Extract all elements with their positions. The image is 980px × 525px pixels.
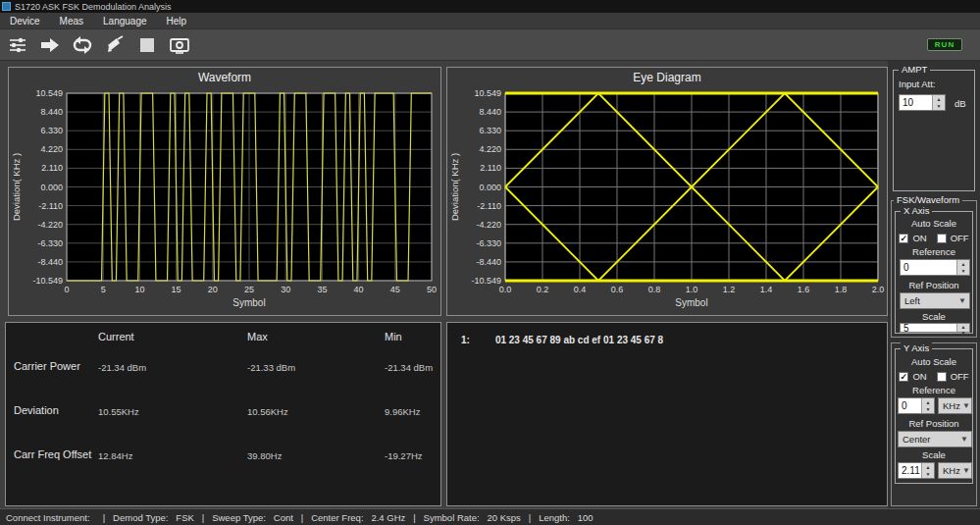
- screenshot-button[interactable]: [168, 33, 191, 57]
- y-scale-spinbox[interactable]: ▲ ▼: [898, 462, 935, 479]
- x-reference-spinbox[interactable]: ▲ ▼: [900, 259, 970, 276]
- svg-text:6.330: 6.330: [40, 126, 63, 135]
- fsk-waveform-group: FSK/Waveform X Axis Auto Scale ✓ ON OFF …: [891, 200, 977, 338]
- col-header-current: Current: [98, 331, 247, 360]
- y-scale-label: Scale: [896, 449, 972, 460]
- menu-device[interactable]: Device: [0, 13, 50, 28]
- input-att-spinbox[interactable]: ▲ ▼: [899, 94, 946, 111]
- svg-text:1.6: 1.6: [798, 285, 810, 294]
- svg-text:-10.549: -10.549: [32, 276, 63, 286]
- svg-text:10.549: 10.549: [474, 88, 501, 98]
- status-bar: Connect Instrument: | Demod Type: FSK | …: [0, 508, 980, 525]
- y-reference-spinbox[interactable]: ▲ ▼: [898, 397, 935, 414]
- col-header-min: Min: [385, 331, 437, 360]
- carr-freq-offset-min: -19.27Hz: [385, 448, 437, 493]
- x-axis-group: X Axis Auto Scale ✓ ON OFF Reference ▲ ▼…: [895, 211, 973, 334]
- svg-text:-8.440: -8.440: [476, 257, 501, 267]
- waveform-panel: Waveform 10.5498.4406.3304.2202.1100.000…: [8, 67, 441, 316]
- x-on-checkbox[interactable]: ✓: [899, 234, 908, 243]
- svg-text:1.4: 1.4: [760, 285, 773, 294]
- spin-up-icon[interactable]: ▲: [933, 95, 945, 103]
- svg-text:45: 45: [390, 285, 400, 294]
- svg-text:1.2: 1.2: [723, 285, 736, 294]
- x-on-label: ON: [912, 233, 926, 243]
- x-scale-spinbox[interactable]: ▲ ▼: [900, 323, 970, 333]
- svg-text:20: 20: [208, 285, 218, 294]
- x-reference-spin-buttons[interactable]: ▲ ▼: [956, 260, 969, 275]
- x-scale-label: Scale: [896, 311, 972, 322]
- x-scale-spin-buttons[interactable]: ▲ ▼: [956, 324, 969, 332]
- deviation-current: 10.55KHz: [98, 404, 247, 448]
- svg-text:0: 0: [64, 285, 69, 294]
- menu-help[interactable]: Help: [157, 13, 197, 28]
- y-off-label: OFF: [951, 371, 969, 382]
- svg-text:4.220: 4.220: [40, 144, 63, 154]
- title-bar: S1720 ASK FSK Demodulation Analysis: [0, 0, 980, 13]
- svg-text:Deviation( KHz ): Deviation( KHz ): [449, 153, 460, 221]
- spin-up-icon[interactable]: ▲: [922, 398, 934, 406]
- input-att-label: Input Att:: [899, 79, 936, 89]
- y-scale-spin-buttons[interactable]: ▲ ▼: [921, 463, 934, 478]
- x-ref-position-value: Left: [901, 295, 955, 306]
- y-ref-position-dropdown[interactable]: Center ▼: [898, 431, 972, 447]
- settings-button[interactable]: [6, 33, 29, 57]
- svg-text:8.440: 8.440: [40, 107, 63, 117]
- carrier-power-current: -21.34 dBm: [98, 360, 247, 404]
- clear-button[interactable]: [103, 33, 127, 57]
- menu-meas[interactable]: Meas: [50, 13, 93, 28]
- waveform-title: Waveform: [9, 68, 440, 84]
- spacer: [14, 331, 98, 360]
- spin-up-icon[interactable]: ▲: [957, 260, 969, 268]
- spin-down-icon[interactable]: ▼: [957, 330, 969, 336]
- y-ref-position-label: Ref Position: [896, 418, 972, 429]
- y-on-checkbox[interactable]: ✓: [899, 372, 908, 382]
- menu-bar: Device Meas Language Help: [0, 13, 980, 29]
- svg-text:0.000: 0.000: [40, 183, 63, 192]
- y-auto-scale-label: Auto Scale: [896, 356, 972, 367]
- svg-text:Symbol: Symbol: [675, 297, 707, 308]
- y-reference-spin-buttons[interactable]: ▲ ▼: [921, 398, 934, 413]
- carrier-power-min: -21.34 dBm: [385, 360, 437, 404]
- svg-text:-2.110: -2.110: [38, 201, 63, 211]
- deviation-min: 9.96KHz: [385, 404, 437, 448]
- x-reference-value[interactable]: [901, 260, 956, 275]
- toolbar: RUN: [0, 29, 980, 61]
- carr-freq-offset-max: 39.80Hz: [247, 448, 385, 493]
- spin-down-icon[interactable]: ▼: [957, 268, 969, 276]
- svg-text:15: 15: [172, 285, 181, 294]
- broom-icon: [105, 35, 125, 55]
- svg-text:2.110: 2.110: [480, 163, 501, 173]
- continuous-run-button[interactable]: [71, 33, 94, 57]
- spin-down-icon[interactable]: ▼: [922, 406, 934, 414]
- chevron-down-icon: ▼: [955, 296, 969, 305]
- svg-text:-4.220: -4.220: [476, 220, 501, 230]
- svg-text:Deviation( KHz ): Deviation( KHz ): [11, 153, 22, 221]
- status-text: Connect Instrument: | Demod Type: FSK | …: [6, 512, 593, 523]
- run-status-badge: RUN: [927, 38, 962, 51]
- svg-text:Symbol: Symbol: [232, 297, 265, 308]
- y-auto-scale-toggle: ✓ ON OFF: [896, 371, 972, 382]
- y-reference-label: Reference: [896, 385, 972, 395]
- svg-text:10: 10: [134, 285, 144, 294]
- spin-up-icon[interactable]: ▲: [922, 463, 934, 471]
- x-off-checkbox[interactable]: [937, 234, 947, 243]
- menu-language[interactable]: Language: [93, 13, 157, 28]
- input-att-spin-buttons[interactable]: ▲ ▼: [932, 95, 945, 110]
- y-reference-value[interactable]: [899, 398, 921, 413]
- results-panel: Current Max Min Carrier Power -21.34 dBm…: [5, 322, 441, 506]
- svg-text:50: 50: [427, 285, 437, 294]
- y-reference-unit-dropdown[interactable]: KHz ▼: [938, 397, 972, 414]
- y-scale-unit-dropdown[interactable]: KHz ▼: [938, 462, 972, 479]
- spin-down-icon[interactable]: ▼: [922, 471, 934, 479]
- y-off-checkbox[interactable]: [937, 372, 947, 382]
- x-ref-position-dropdown[interactable]: Left ▼: [900, 292, 970, 309]
- input-att-value[interactable]: [900, 95, 932, 110]
- camera-icon: [169, 35, 190, 55]
- single-run-button[interactable]: [38, 33, 62, 57]
- symbol-line-number: 1:: [461, 335, 470, 345]
- stop-button[interactable]: [135, 33, 159, 57]
- x-scale-value[interactable]: [901, 324, 956, 332]
- y-scale-value[interactable]: [899, 463, 921, 478]
- spin-down-icon[interactable]: ▼: [933, 103, 945, 111]
- chevron-down-icon: ▼: [961, 466, 971, 475]
